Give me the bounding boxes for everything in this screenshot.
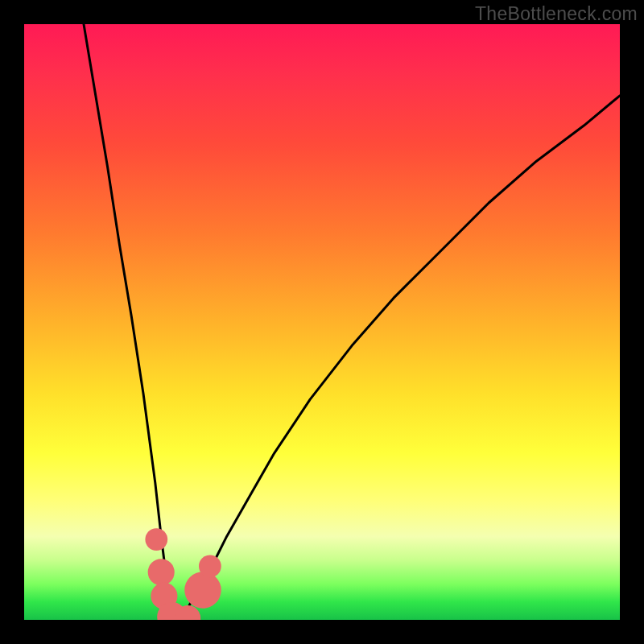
marker-layer <box>145 528 221 620</box>
plot-area <box>24 24 620 620</box>
data-marker <box>148 559 175 585</box>
data-marker <box>184 572 221 609</box>
chart-svg <box>24 24 620 620</box>
curve-layer <box>84 24 620 620</box>
bottleneck-curve <box>84 24 620 620</box>
data-marker <box>199 555 221 578</box>
chart-frame: TheBottleneck.com <box>0 0 644 644</box>
data-marker <box>145 528 167 551</box>
watermark-text: TheBottleneck.com <box>475 3 638 25</box>
